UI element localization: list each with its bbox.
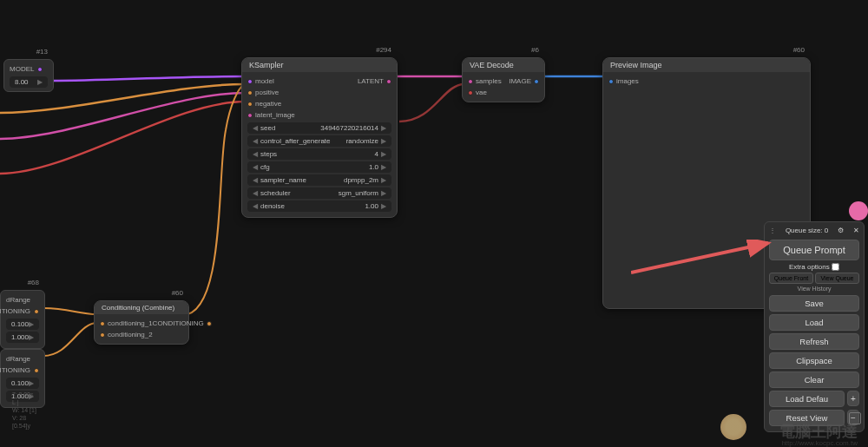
clipspace-button[interactable]: Clipspace bbox=[769, 352, 859, 369]
node-title: Preview Image bbox=[603, 58, 810, 72]
arrow-right-icon[interactable]: ▶ bbox=[381, 163, 386, 171]
queue-size: Queue size: 0 bbox=[786, 227, 828, 234]
fullscreen-icon[interactable] bbox=[849, 412, 861, 424]
node-title: KSampler bbox=[242, 58, 397, 72]
port-model-in[interactable] bbox=[247, 79, 253, 84]
extra-options-checkbox[interactable] bbox=[832, 263, 839, 271]
widget-scheduler[interactable]: ◀schedulersgm_uniform▶ bbox=[247, 187, 391, 199]
node-13[interactable]: #13 MODEL 8.00▶ bbox=[3, 59, 54, 92]
clear-button[interactable]: Clear bbox=[769, 371, 859, 388]
port-vae-in[interactable] bbox=[468, 90, 473, 95]
widget-steps[interactable]: ◀steps4▶ bbox=[247, 148, 391, 160]
input-label: positive bbox=[255, 89, 279, 96]
port-negative-in[interactable] bbox=[247, 102, 253, 107]
arrow-right-icon[interactable]: ▶ bbox=[29, 320, 34, 328]
port-samples-in[interactable] bbox=[468, 79, 473, 84]
plus-icon[interactable]: + bbox=[847, 391, 859, 406]
queue-prompt-button[interactable]: Queue Prompt bbox=[769, 240, 859, 260]
view-history-link[interactable]: View History bbox=[769, 286, 859, 292]
load-default-button[interactable]: Load Defau bbox=[769, 391, 845, 407]
arrow-left-icon[interactable]: ◀ bbox=[253, 163, 258, 171]
widget-control[interactable]: ◀control_after_generaterandomize▶ bbox=[247, 135, 391, 147]
view-queue-button[interactable]: View Queue bbox=[815, 273, 859, 284]
arrow-right-icon[interactable]: ▶ bbox=[381, 202, 386, 210]
arrow-left-icon[interactable]: ◀ bbox=[253, 124, 258, 132]
node-id: #68 bbox=[28, 279, 39, 286]
node-68[interactable]: #68 dRange CONDITIONING 0.100▶ 1.000▶ bbox=[0, 290, 45, 349]
port-images-in[interactable] bbox=[608, 79, 614, 84]
node-vae-decode[interactable]: #6 VAE Decode samplesIMAGE vae bbox=[462, 57, 545, 102]
input-label: samples bbox=[476, 77, 502, 85]
widget-denoise[interactable]: ◀denoise1.00▶ bbox=[247, 200, 391, 212]
arrow-left-icon[interactable]: ◀ bbox=[253, 202, 258, 210]
input-label: model bbox=[255, 77, 274, 85]
widget-sampler[interactable]: ◀sampler_namedpmpp_2m▶ bbox=[247, 174, 391, 186]
node-id: #6 bbox=[531, 46, 539, 54]
node-id: #60 bbox=[793, 46, 805, 54]
widget-cfg[interactable]: ◀cfg1.0▶ bbox=[247, 161, 391, 173]
drag-handle-icon[interactable]: ⋮ bbox=[769, 227, 776, 234]
node-title: VAE Decode bbox=[463, 58, 544, 72]
watermark-avatar bbox=[720, 414, 746, 440]
arrow-left-icon[interactable]: ◀ bbox=[253, 176, 258, 184]
port-in2[interactable] bbox=[100, 332, 105, 338]
node-id: #60 bbox=[172, 289, 183, 297]
arrow-left-icon[interactable]: ◀ bbox=[253, 189, 258, 197]
arrow-right-icon[interactable]: ▶ bbox=[381, 189, 386, 197]
queue-front-button[interactable]: Queue Front bbox=[769, 273, 813, 284]
node-id: #13 bbox=[36, 48, 48, 56]
port-model-out[interactable] bbox=[37, 67, 43, 72]
port-latent-in[interactable] bbox=[247, 113, 253, 118]
node-title: dRange bbox=[6, 353, 39, 365]
arrow-right-icon[interactable]: ▶ bbox=[29, 333, 34, 341]
label: MODEL bbox=[10, 65, 34, 73]
input-label: conditioning_1 bbox=[108, 319, 153, 327]
output-label: IMAGE bbox=[509, 77, 531, 85]
stats-readout: T: 0.00s L | W: 14 [1] V: 28 [0.54]y bbox=[12, 391, 36, 430]
input-label: negative bbox=[255, 100, 281, 108]
arrow-right-icon[interactable]: ▶ bbox=[381, 124, 386, 132]
port-positive-in[interactable] bbox=[247, 90, 253, 95]
arrow-left-icon[interactable]: ◀ bbox=[253, 150, 258, 158]
control-panel[interactable]: ⋮ Queue size: 0 ⚙ ✕ Queue Prompt Extra o… bbox=[764, 221, 865, 432]
widget-value: 8.00 bbox=[15, 78, 29, 86]
node-title: dRange bbox=[6, 294, 39, 306]
manager-badge[interactable] bbox=[849, 201, 868, 220]
input-label: vae bbox=[476, 89, 487, 96]
node-id: #294 bbox=[376, 46, 391, 54]
port-in1[interactable] bbox=[100, 321, 105, 326]
port-out[interactable] bbox=[207, 321, 212, 326]
arrow-left-icon[interactable]: ◀ bbox=[253, 137, 258, 145]
output-label: CONDITIONING bbox=[0, 366, 30, 374]
port-conditioning-out[interactable] bbox=[34, 368, 39, 373]
arrow-right-icon[interactable]: ▶ bbox=[37, 78, 43, 86]
reset-view-button[interactable]: Reset View bbox=[769, 410, 845, 426]
input-label: conditioning_2 bbox=[108, 331, 153, 339]
input-label: images bbox=[616, 77, 639, 85]
port-latent-out[interactable] bbox=[386, 79, 391, 84]
arrow-right-icon[interactable]: ▶ bbox=[381, 176, 386, 184]
widget-seed[interactable]: ◀seed349467220216014▶ bbox=[247, 122, 391, 134]
node-ksampler[interactable]: #294 KSampler modelLATENT positive negat… bbox=[241, 57, 398, 218]
output-label: CONDITIONING bbox=[0, 307, 30, 315]
gear-icon[interactable]: ⚙ bbox=[838, 227, 844, 234]
arrow-right-icon[interactable]: ▶ bbox=[381, 137, 386, 145]
input-label: latent_image bbox=[255, 111, 295, 119]
save-button[interactable]: Save bbox=[769, 295, 859, 312]
refresh-button[interactable]: Refresh bbox=[769, 333, 859, 350]
load-button[interactable]: Load bbox=[769, 314, 859, 331]
arrow-right-icon[interactable]: ▶ bbox=[29, 379, 34, 387]
close-icon[interactable]: ✕ bbox=[853, 227, 859, 234]
node-conditioning-combine[interactable]: #60 Conditioning (Combine) conditioning_… bbox=[94, 300, 189, 345]
output-label: LATENT bbox=[358, 77, 384, 85]
output-label: CONDITIONING bbox=[153, 319, 204, 327]
port-conditioning-out[interactable] bbox=[34, 309, 39, 314]
extra-options-label: Extra options bbox=[789, 263, 830, 271]
arrow-right-icon[interactable]: ▶ bbox=[381, 150, 386, 158]
node-title: Conditioning (Combine) bbox=[95, 301, 188, 314]
port-image-out[interactable] bbox=[534, 79, 539, 84]
